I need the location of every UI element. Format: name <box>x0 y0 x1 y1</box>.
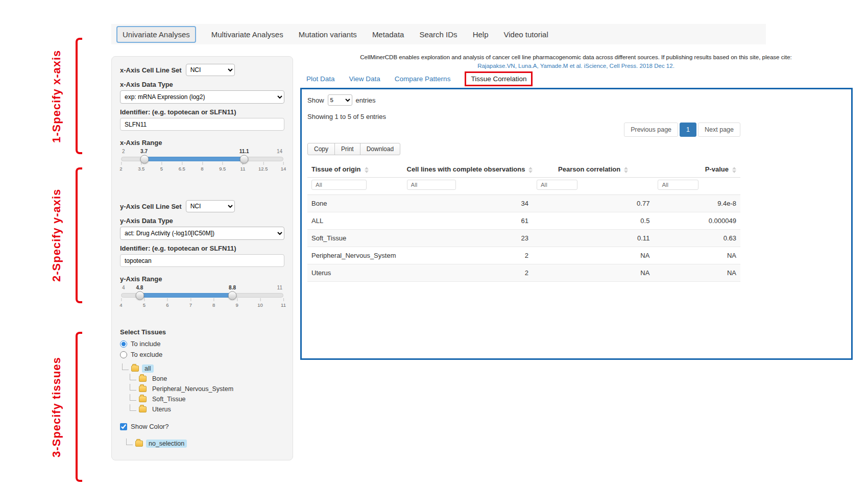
tree-connector <box>130 404 136 411</box>
y-identifier-input[interactable] <box>120 254 284 267</box>
pagination: Previous page 1 Next page <box>307 123 740 137</box>
filter-cell-lines-input[interactable] <box>407 180 456 190</box>
x-range-track[interactable] <box>121 157 283 161</box>
table-row[interactable]: Bone 34 0.77 9.4e-8 <box>307 195 740 212</box>
column-header-tissue-of-origin[interactable]: Tissue of origin <box>307 161 403 178</box>
show-color-checkbox[interactable] <box>120 423 127 430</box>
tree-row: Uterus <box>130 404 284 414</box>
y-range-handle-high[interactable] <box>228 291 236 300</box>
x-axis-range-slider[interactable]: 2 14 3.7 11.1 2 3.5 5 6.5 8 9.5 11 12.5 … <box>121 149 283 174</box>
x-identifier-input[interactable] <box>120 118 284 131</box>
x-range-handle-high[interactable] <box>239 155 248 163</box>
entries-label: entries <box>356 96 376 104</box>
tree-node-soft-tissue[interactable]: Soft_Tissue <box>150 395 188 403</box>
page-1-button[interactable]: 1 <box>680 123 696 137</box>
tissue-correlation-table: Tissue of origin Cell lines with complet… <box>307 161 740 282</box>
show-color-label: Show Color? <box>131 423 168 430</box>
folder-icon <box>139 406 147 412</box>
annotation-bracket-3 <box>76 332 82 482</box>
table-row[interactable]: Peripheral_Nervous_System 2 NA NA <box>307 247 740 264</box>
tab-univariate-analyses[interactable]: Univariate Analyses <box>116 26 196 43</box>
column-header-p-value[interactable]: P-value <box>654 161 740 178</box>
tree-connector <box>130 384 136 391</box>
annotation-step1: 1-Specify x-axis <box>50 40 68 153</box>
x-range-to-label: 11.1 <box>239 149 249 154</box>
tree-node-bone[interactable]: Bone <box>150 375 170 383</box>
select-tissues-title: Select Tissues <box>120 328 284 336</box>
show-color-row[interactable]: Show Color? <box>120 423 284 430</box>
x-range-fill <box>144 157 244 161</box>
next-page-button[interactable]: Next page <box>698 123 740 137</box>
tab-search-ids[interactable]: Search IDs <box>419 30 457 39</box>
tree-row: Peripheral_Nervous_System <box>130 384 284 394</box>
folder-icon <box>131 365 139 372</box>
subtab-compare-patterns[interactable]: Compare Patterns <box>395 75 451 83</box>
tab-help[interactable]: Help <box>473 30 489 39</box>
annotation-bracket-2 <box>76 167 82 303</box>
x-cell-line-set-label: x-Axis Cell Line Set <box>120 66 182 74</box>
to-exclude-label: To exclude <box>131 351 162 358</box>
exclude-radio-row[interactable]: To exclude <box>120 351 284 358</box>
folder-icon <box>139 376 147 382</box>
y-range-from-label: 4.8 <box>136 285 143 290</box>
tab-multivariate-analyses[interactable]: Multivariate Analyses <box>211 30 283 39</box>
show-label: Show <box>307 96 324 104</box>
sort-icon <box>365 167 369 173</box>
x-cell-line-set-select[interactable]: NCI <box>186 64 235 76</box>
filter-pvalue-input[interactable] <box>658 180 698 190</box>
y-data-type-select[interactable]: act: Drug Activity (-log10[IC50M]) <box>120 227 284 240</box>
table-filter-row <box>307 178 740 195</box>
table-row[interactable]: ALL 61 0.5 0.000049 <box>307 212 740 230</box>
y-range-handle-low[interactable] <box>136 291 144 300</box>
folder-icon <box>139 386 147 392</box>
filter-pearson-input[interactable] <box>537 180 577 190</box>
tab-mutation-variants[interactable]: Mutation variants <box>299 30 357 39</box>
y-axis-range-slider[interactable]: 4 11 4.8 8.8 4 5 6 7 8 9 10 11 <box>121 285 283 310</box>
x-data-type-label: x-Axis Data Type <box>120 81 284 88</box>
table-row[interactable]: Soft_Tissue 23 0.11 0.63 <box>307 230 740 247</box>
y-range-to-label: 8.8 <box>229 285 236 290</box>
tree-connector <box>122 363 129 370</box>
table-row[interactable]: Uterus 2 NA NA <box>307 264 740 282</box>
tree-node-peripheral-nervous-system[interactable]: Peripheral_Nervous_System <box>150 385 236 393</box>
tab-video-tutorial[interactable]: Video tutorial <box>503 30 548 39</box>
page: 1-Specify x-axis 2-Specify y-axis 3-Spec… <box>0 0 868 488</box>
subtab-tissue-correlation[interactable]: Tissue Correlation <box>465 71 533 86</box>
filter-tissue-input[interactable] <box>311 180 367 190</box>
x-range-label: x-Axis Range <box>120 139 284 147</box>
tree-row-all: all <box>122 363 284 374</box>
folder-icon <box>139 396 147 402</box>
download-button[interactable]: Download <box>360 143 400 155</box>
tree-connector <box>130 374 136 380</box>
copy-button[interactable]: Copy <box>307 143 335 155</box>
to-include-radio[interactable] <box>120 340 127 348</box>
y-identifier-label: Identifier: (e.g. topotecan or SLFN11) <box>120 245 284 252</box>
tree-row: Soft_Tissue <box>130 394 284 404</box>
citation-line1: CellMinerCDB enables exploration and ana… <box>299 53 853 62</box>
top-nav: Univariate Analyses Multivariate Analyse… <box>111 24 766 44</box>
x-range-handle-low[interactable] <box>140 155 149 163</box>
to-exclude-radio[interactable] <box>120 351 127 358</box>
x-range-min-label: 2 <box>122 149 125 154</box>
tree-node-uterus[interactable]: Uterus <box>150 405 174 413</box>
x-identifier-label: Identifier: (e.g. topotecan or SLFN11) <box>120 108 284 116</box>
column-header-pearson-correlation[interactable]: Pearson correlation <box>533 161 654 178</box>
citation-link[interactable]: Rajapakse.VN, Luna.A, Yamade.M et al. iS… <box>299 62 853 70</box>
y-range-track[interactable] <box>121 293 283 298</box>
tree-node-no-selection[interactable]: no_selection <box>146 440 187 448</box>
tab-metadata[interactable]: Metadata <box>372 30 404 39</box>
include-radio-row[interactable]: To include <box>120 340 284 348</box>
tree-node-all[interactable]: all <box>142 364 154 373</box>
subtab-view-data[interactable]: View Data <box>349 75 380 83</box>
subtab-plot-data[interactable]: Plot Data <box>306 75 335 83</box>
table-info: Showing 1 to 5 of 5 entries <box>307 113 846 120</box>
previous-page-button[interactable]: Previous page <box>624 123 678 137</box>
y-cell-line-set-select[interactable]: NCI <box>186 200 235 212</box>
y-range-ticks: 4 5 6 7 8 9 10 11 <box>121 298 283 310</box>
column-header-cell-lines[interactable]: Cell lines with complete observations <box>403 161 533 178</box>
x-data-type-select[interactable]: exp: mRNA Expression (log2) <box>120 90 284 104</box>
page-length-select[interactable]: 5 <box>328 94 352 106</box>
y-range-max-label: 11 <box>277 285 282 290</box>
print-button[interactable]: Print <box>334 143 360 155</box>
page-length-control: Show 5 entries <box>307 94 846 106</box>
